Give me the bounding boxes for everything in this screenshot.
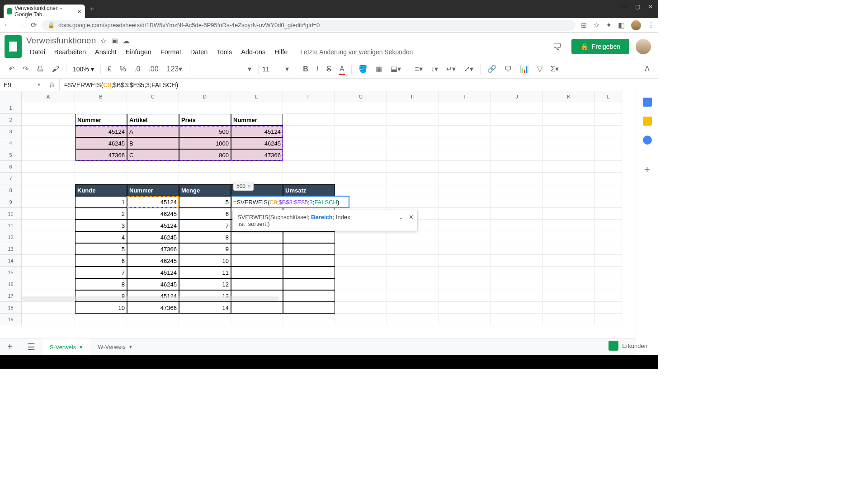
cell[interactable]: [283, 302, 335, 314]
select-all-corner[interactable]: [0, 91, 22, 102]
cell[interactable]: [595, 302, 622, 314]
close-preview-icon[interactable]: ×: [248, 183, 250, 189]
cell[interactable]: Preis: [179, 114, 231, 126]
cell[interactable]: [387, 137, 439, 149]
account-avatar[interactable]: [636, 39, 651, 54]
sheet-tab-sverweis[interactable]: S-Verweis▼: [42, 338, 90, 355]
cell[interactable]: [75, 161, 127, 173]
cell[interactable]: [22, 220, 75, 231]
cell[interactable]: [22, 314, 75, 325]
row-header[interactable]: 18: [0, 302, 22, 314]
number-format-dropdown[interactable]: 123▾: [164, 62, 186, 75]
cell[interactable]: [491, 208, 543, 220]
minimize-icon[interactable]: —: [622, 4, 627, 10]
cell[interactable]: [595, 243, 622, 255]
cell[interactable]: [22, 137, 75, 149]
font-family-select[interactable]: [193, 66, 243, 73]
comments-icon[interactable]: 🗨: [549, 38, 565, 55]
cell[interactable]: [75, 173, 127, 184]
cell[interactable]: [22, 114, 75, 126]
cell[interactable]: [335, 184, 387, 196]
currency-icon[interactable]: €: [104, 63, 115, 75]
cell[interactable]: [595, 114, 622, 126]
column-header[interactable]: H: [387, 91, 439, 102]
strikethrough-icon[interactable]: S: [323, 63, 335, 75]
cell[interactable]: [595, 290, 622, 302]
cell[interactable]: [387, 173, 439, 184]
cell[interactable]: [231, 102, 283, 114]
cell[interactable]: [595, 161, 622, 173]
cell[interactable]: [543, 114, 595, 126]
row-header[interactable]: 6: [0, 161, 22, 173]
cell[interactable]: [387, 196, 439, 208]
h-align-icon[interactable]: ≡▾: [412, 62, 426, 75]
cell[interactable]: [231, 231, 283, 243]
cell[interactable]: [231, 278, 283, 290]
cell[interactable]: [543, 231, 595, 243]
cell[interactable]: [543, 220, 595, 231]
cell[interactable]: [283, 149, 335, 161]
cell[interactable]: 1000: [179, 137, 231, 149]
row-header[interactable]: 17: [0, 290, 22, 302]
cell[interactable]: [491, 220, 543, 231]
italic-icon[interactable]: I: [313, 63, 321, 75]
menu-view[interactable]: Ansicht: [91, 47, 120, 57]
menu-addons[interactable]: Add-ons: [237, 47, 269, 57]
cell[interactable]: Artikel: [127, 114, 179, 126]
horizontal-scrollbar[interactable]: [22, 296, 279, 301]
cell[interactable]: [75, 102, 127, 114]
cell[interactable]: [283, 114, 335, 126]
close-help-icon[interactable]: ✕: [409, 214, 414, 221]
cell[interactable]: [387, 102, 439, 114]
cell[interactable]: A: [127, 126, 179, 137]
row-header[interactable]: 15: [0, 267, 22, 278]
chart-icon[interactable]: 📊: [517, 62, 532, 75]
reload-icon[interactable]: ⟳: [31, 21, 37, 29]
cell[interactable]: [335, 290, 387, 302]
cell[interactable]: [22, 196, 75, 208]
browser-tab[interactable]: Verweisfunktionen - Google Tab… ×: [4, 5, 85, 18]
cell[interactable]: Nummer: [75, 114, 127, 126]
cell[interactable]: 45124: [127, 220, 179, 231]
font-family-dropdown-icon[interactable]: ▾: [245, 62, 255, 75]
cell[interactable]: 46245: [127, 255, 179, 267]
cell[interactable]: 9: [179, 243, 231, 255]
cell[interactable]: [595, 278, 622, 290]
row-header[interactable]: 10: [0, 208, 22, 220]
cell[interactable]: [491, 102, 543, 114]
cell[interactable]: 46245: [75, 137, 127, 149]
cell[interactable]: [491, 196, 543, 208]
cell[interactable]: [387, 243, 439, 255]
cell[interactable]: [127, 314, 179, 325]
cell[interactable]: [387, 184, 439, 196]
cell[interactable]: [283, 243, 335, 255]
row-header[interactable]: 16: [0, 278, 22, 290]
cell[interactable]: [491, 290, 543, 302]
cell[interactable]: [491, 173, 543, 184]
cell[interactable]: [491, 137, 543, 149]
cell[interactable]: [231, 255, 283, 267]
cell[interactable]: [283, 126, 335, 137]
add-sheet-button[interactable]: +: [0, 342, 20, 352]
explore-button[interactable]: Erkunden: [603, 338, 653, 353]
redo-icon[interactable]: ↷: [19, 62, 32, 75]
cell[interactable]: [335, 278, 387, 290]
close-tab-icon[interactable]: ×: [78, 8, 81, 15]
cell[interactable]: [22, 243, 75, 255]
calendar-addon-icon[interactable]: [643, 98, 652, 107]
cell[interactable]: Kunde: [75, 184, 127, 196]
cell[interactable]: 45124: [127, 196, 179, 208]
cell[interactable]: [439, 267, 491, 278]
cell[interactable]: 46245: [127, 278, 179, 290]
cell[interactable]: [439, 149, 491, 161]
cell[interactable]: [439, 255, 491, 267]
cell[interactable]: [595, 173, 622, 184]
cell[interactable]: [543, 255, 595, 267]
cell[interactable]: [595, 126, 622, 137]
row-header[interactable]: 3: [0, 126, 22, 137]
cell[interactable]: 11: [179, 267, 231, 278]
cell[interactable]: 5: [179, 196, 231, 208]
cell[interactable]: [595, 102, 622, 114]
cell[interactable]: [595, 184, 622, 196]
cell[interactable]: [22, 102, 75, 114]
